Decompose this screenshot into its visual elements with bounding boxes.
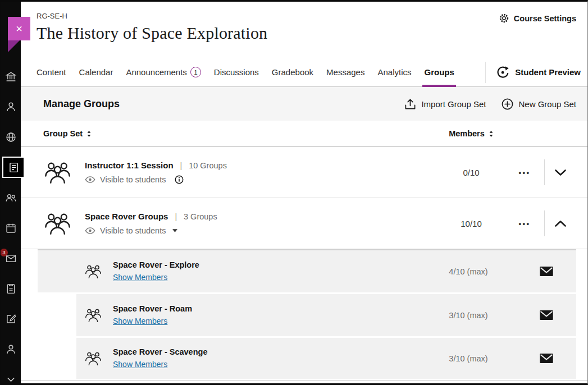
group-set-name: Space Rover Groups	[85, 212, 168, 221]
divider	[544, 159, 545, 185]
info-icon[interactable]	[175, 175, 184, 184]
sort-icon	[489, 130, 494, 138]
student-preview-label: Student Preview	[515, 67, 581, 77]
page-title: Manage Groups	[43, 98, 120, 110]
group-set-row-space-rover: Space Rover Groups | 3 Groups Visible to…	[21, 198, 587, 249]
message-group-button[interactable]	[539, 309, 554, 321]
plus-circle-icon	[502, 98, 513, 110]
import-group-set-button[interactable]: Import Group Set	[404, 98, 486, 110]
groups-count: 3 Groups	[184, 212, 217, 221]
tab-gradebook[interactable]: Gradebook	[272, 58, 313, 86]
subgroup-list: Space Rover - Explore Show Members 4/10 …	[38, 249, 576, 379]
activity-stream-icon[interactable]	[4, 131, 17, 143]
eye-icon	[85, 227, 95, 234]
course-header: RG-SE-H The History of Space Exploration…	[21, 2, 587, 58]
gear-icon	[499, 13, 509, 24]
base-navigation-sidebar: 3	[1, 2, 21, 383]
collapse-row-button[interactable]	[554, 220, 567, 227]
tab-calendar[interactable]: Calendar	[79, 58, 113, 86]
separator: |	[175, 212, 177, 221]
tab-analytics[interactable]: Analytics	[377, 58, 411, 86]
manage-actions: Import Group Set New Group Set	[404, 98, 576, 110]
student-preview-icon	[496, 65, 510, 79]
course-title: The History of Space Exploration	[37, 24, 576, 43]
members-count: 0/10	[463, 168, 479, 177]
tools-icon[interactable]	[4, 313, 17, 325]
account-icon[interactable]	[4, 343, 17, 355]
close-course-button[interactable]: ×	[8, 17, 30, 40]
course-settings-button[interactable]: Course Settings	[499, 13, 576, 24]
subgroup-members-count: 3/10 (max)	[435, 354, 502, 363]
course-page: RG-SE-H The History of Space Exploration…	[21, 2, 587, 383]
courses-icon[interactable]	[2, 157, 25, 178]
profile-icon[interactable]	[4, 100, 17, 113]
course-tabbar: Content Calendar Announcements 1 Discuss…	[21, 58, 587, 87]
subgroup-row-explore: Space Rover - Explore Show Members 4/10 …	[38, 250, 576, 292]
group-icon	[85, 351, 102, 366]
grades-icon[interactable]	[4, 282, 17, 295]
sort-group-set-header[interactable]: Group Set	[37, 129, 92, 138]
row-overflow-menu-button[interactable]: •••	[518, 219, 530, 228]
members-count: 10/10	[461, 219, 482, 228]
organizations-icon[interactable]	[4, 191, 17, 204]
institution-icon[interactable]	[4, 70, 17, 82]
calendar-icon[interactable]	[4, 222, 17, 234]
subgroup-name: Space Rover - Explore	[113, 260, 199, 269]
sort-members-header[interactable]: Members	[449, 129, 494, 138]
message-group-button[interactable]	[539, 265, 554, 277]
visibility-label: Visible to students	[100, 175, 166, 184]
show-members-link[interactable]: Show Members	[113, 360, 167, 369]
close-button-fold	[8, 40, 20, 52]
tab-messages[interactable]: Messages	[326, 58, 364, 86]
tab-groups[interactable]: Groups	[424, 58, 454, 86]
group-table-header: Group Set Members	[21, 121, 587, 147]
separator: |	[180, 161, 183, 170]
subgroup-row-scavenge: Space Rover - Scavenge Show Members 3/10…	[38, 338, 576, 379]
subgroup-name: Space Rover - Scavenge	[113, 347, 207, 356]
divider	[544, 210, 545, 236]
subgroup-name: Space Rover - Roam	[113, 304, 192, 313]
visibility-label: Visible to students	[100, 226, 166, 235]
subgroup-row-roam: Space Rover - Roam Show Members 3/10 (ma…	[38, 294, 576, 336]
import-icon	[404, 98, 416, 110]
tab-discussions[interactable]: Discussions	[214, 58, 259, 86]
group-set-icon	[44, 211, 71, 236]
group-set-row-instructor-session: Instructor 1:1 Session | 10 Groups Visib…	[21, 147, 587, 198]
groups-count: 10 Groups	[189, 161, 227, 170]
group-icon	[85, 264, 102, 279]
messages-count-badge: 3	[0, 249, 8, 256]
nav-more-chevron-icon[interactable]	[4, 373, 17, 385]
new-group-set-button[interactable]: New Group Set	[502, 98, 576, 110]
sort-icon	[86, 130, 92, 138]
tab-content[interactable]: Content	[37, 58, 66, 86]
student-preview-button[interactable]: Student Preview	[485, 62, 587, 83]
group-icon	[85, 308, 102, 323]
manage-groups-bar: Manage Groups Import Group Set New Group…	[21, 87, 587, 121]
chevron-down-icon	[554, 169, 567, 176]
next-row-divider	[21, 380, 587, 381]
visibility-dropdown[interactable]: Visible to students	[85, 226, 177, 235]
mail-icon	[539, 309, 554, 321]
app-window: 3 × RG-SE-H The History of Space Explora…	[0, 0, 588, 385]
caret-down-icon	[172, 229, 177, 232]
mail-icon	[539, 265, 554, 277]
course-settings-label: Course Settings	[514, 14, 576, 23]
show-members-link[interactable]: Show Members	[113, 317, 167, 326]
tab-announcements[interactable]: Announcements 1	[126, 58, 200, 86]
chevron-up-icon	[554, 220, 567, 227]
mail-icon	[539, 352, 554, 364]
expand-row-button[interactable]	[554, 169, 567, 176]
group-set-name: Instructor 1:1 Session	[85, 161, 174, 170]
group-set-icon	[44, 160, 71, 185]
message-group-button[interactable]	[539, 352, 554, 364]
subgroup-members-count: 4/10 (max)	[435, 267, 502, 276]
messages-icon[interactable]: 3	[4, 252, 17, 264]
show-members-link[interactable]: Show Members	[113, 273, 167, 282]
announcements-count-badge: 1	[190, 67, 201, 77]
eye-icon	[85, 176, 95, 183]
course-code: RG-SE-H	[37, 12, 576, 20]
subgroup-members-count: 3/10 (max)	[435, 311, 502, 320]
row-overflow-menu-button[interactable]: •••	[518, 168, 530, 177]
